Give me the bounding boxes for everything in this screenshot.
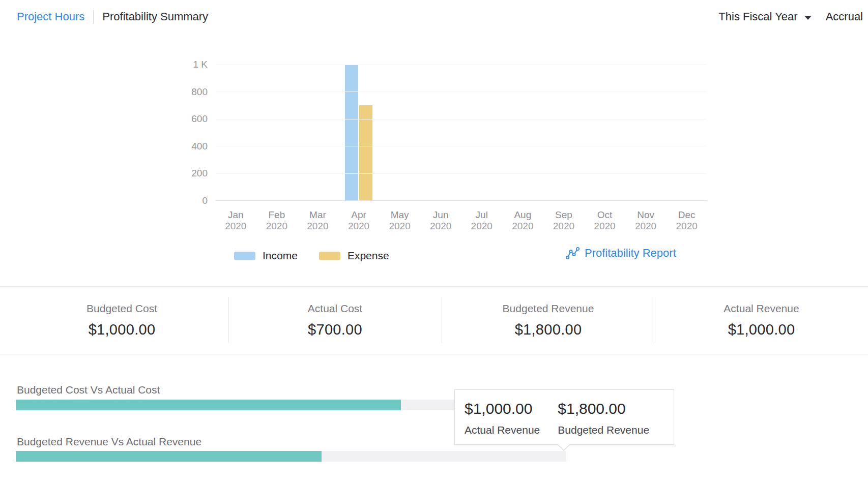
chart-y-axis: 1 K8006004002000 xyxy=(168,65,208,201)
chart-x-axis: Jan2020Feb2020Mar2020Apr2020May2020Jun20… xyxy=(215,201,707,231)
revenue-tooltip: $1,000.00 Actual Revenue $1,800.00 Budge… xyxy=(454,389,674,445)
month-year: 2020 xyxy=(420,221,461,231)
bar-slot-feb xyxy=(256,65,298,200)
bar-slot-may xyxy=(379,65,420,200)
breadcrumb-link-project-hours[interactable]: Project Hours xyxy=(17,10,84,23)
bar-slot-aug xyxy=(502,65,543,200)
month-year: 2020 xyxy=(215,221,256,231)
budgeted-vs-actual-cost-label: Budgeted Cost Vs Actual Cost xyxy=(17,384,160,396)
breadcrumb: Project Hours Profitability Summary xyxy=(17,10,208,24)
bar-slot-nov xyxy=(625,65,667,200)
expense-bar[interactable] xyxy=(359,105,372,200)
month-year: 2020 xyxy=(338,221,380,231)
bar-slot-apr xyxy=(338,65,380,200)
x-axis-label-apr: Apr2020 xyxy=(338,201,380,231)
stat-label: Budgeted Cost xyxy=(86,302,157,315)
x-axis-label-mar: Mar2020 xyxy=(297,201,338,231)
x-axis-label-jun: Jun2020 xyxy=(420,201,461,231)
page-title: Profitability Summary xyxy=(102,10,208,23)
stat-value: $1,800.00 xyxy=(515,321,582,338)
bar-slot-oct xyxy=(584,65,625,200)
bar-slot-dec xyxy=(666,65,707,200)
tooltip-actual-revenue: $1,000.00 Actual Revenue xyxy=(465,400,540,444)
stat-actual-revenue: Actual Revenue $1,000.00 xyxy=(655,287,868,354)
tooltip-label: Actual Revenue xyxy=(465,424,540,436)
month-name: Jan xyxy=(215,209,256,221)
month-name: Jul xyxy=(461,209,502,221)
budgeted-vs-actual-revenue-bar[interactable] xyxy=(16,451,566,462)
month-year: 2020 xyxy=(297,221,338,231)
budgeted-vs-actual-revenue-label: Budgeted Revenue Vs Actual Revenue xyxy=(17,436,201,448)
month-name: May xyxy=(379,209,420,221)
stat-label: Budgeted Revenue xyxy=(503,302,594,315)
stat-budgeted-cost: Budgeted Cost $1,000.00 xyxy=(15,287,228,354)
period-filter-label: This Fiscal Year xyxy=(718,10,797,23)
stat-label: Actual Cost xyxy=(308,302,362,315)
gridline xyxy=(215,146,707,146)
month-name: Aug xyxy=(502,209,543,221)
month-year: 2020 xyxy=(584,221,625,231)
x-axis-label-jan: Jan2020 xyxy=(215,201,256,231)
month-name: Apr xyxy=(338,209,380,221)
tooltip-budgeted-revenue: $1,800.00 Budgeted Revenue xyxy=(558,400,649,444)
income-bar[interactable] xyxy=(345,65,358,200)
x-axis-label-sep: Sep2020 xyxy=(543,201,585,231)
stat-actual-cost: Actual Cost $700.00 xyxy=(228,287,442,354)
x-axis-label-dec: Dec2020 xyxy=(666,201,707,231)
month-name: Oct xyxy=(584,209,625,221)
top-filters: This Fiscal Year Accrual xyxy=(718,10,863,23)
month-name: Nov xyxy=(625,209,667,221)
top-bar: Project Hours Profitability Summary This… xyxy=(0,0,868,34)
gridline xyxy=(215,173,707,174)
gridline xyxy=(215,92,707,92)
month-year: 2020 xyxy=(625,221,667,231)
gridline xyxy=(215,119,707,119)
legend-item-income[interactable]: Income xyxy=(234,250,298,262)
stat-value: $1,000.00 xyxy=(728,321,795,338)
x-axis-label-feb: Feb2020 xyxy=(256,201,298,231)
expense-swatch xyxy=(319,252,340,260)
period-filter-dropdown[interactable]: This Fiscal Year xyxy=(718,10,811,23)
stats-row: Budgeted Cost $1,000.00 Actual Cost $700… xyxy=(0,286,868,354)
stat-budgeted-revenue: Budgeted Revenue $1,800.00 xyxy=(442,287,655,354)
bar-slot-jan xyxy=(215,65,256,200)
y-axis-tick-label: 800 xyxy=(191,86,208,98)
month-name: Dec xyxy=(666,209,707,221)
legend-label: Expense xyxy=(348,250,389,262)
tooltip-label: Budgeted Revenue xyxy=(558,424,649,436)
bar-slot-mar xyxy=(297,65,338,200)
x-axis-label-jul: Jul2020 xyxy=(461,201,502,231)
y-axis-tick-label: 0 xyxy=(202,195,208,206)
legend-label: Income xyxy=(263,250,298,262)
profitability-summary-page: Project Hours Profitability Summary This… xyxy=(0,0,868,484)
pulse-chart-icon xyxy=(566,247,580,260)
tooltip-value: $1,800.00 xyxy=(558,400,649,417)
chart-plot xyxy=(215,65,707,201)
x-axis-label-aug: Aug2020 xyxy=(502,201,543,231)
month-name: Jun xyxy=(420,209,461,221)
profitability-report-link[interactable]: Profitability Report xyxy=(566,247,676,260)
x-axis-label-oct: Oct2020 xyxy=(584,201,625,231)
bar-slot-jul xyxy=(461,65,502,200)
month-name: Sep xyxy=(543,209,585,221)
month-year: 2020 xyxy=(666,221,707,231)
y-axis-tick-label: 600 xyxy=(191,113,208,125)
basis-filter[interactable]: Accrual xyxy=(826,10,863,23)
y-axis-tick-label: 200 xyxy=(191,168,208,179)
cost-progress-fill xyxy=(16,400,401,410)
stat-value: $1,000.00 xyxy=(89,321,156,338)
chart-bars xyxy=(215,65,707,200)
stat-label: Actual Revenue xyxy=(724,302,799,315)
month-year: 2020 xyxy=(461,221,502,231)
y-axis-tick-label: 1 K xyxy=(193,59,208,70)
x-axis-label-nov: Nov2020 xyxy=(625,201,667,231)
x-axis-label-may: May2020 xyxy=(379,201,420,231)
tooltip-value: $1,000.00 xyxy=(465,400,540,417)
breadcrumb-divider xyxy=(93,10,94,24)
month-year: 2020 xyxy=(543,221,585,231)
bar-slot-jun xyxy=(420,65,461,200)
legend-item-expense[interactable]: Expense xyxy=(319,250,389,262)
month-name: Mar xyxy=(297,209,338,221)
chart-legend: Income Expense xyxy=(234,250,389,262)
gridline xyxy=(215,65,707,65)
